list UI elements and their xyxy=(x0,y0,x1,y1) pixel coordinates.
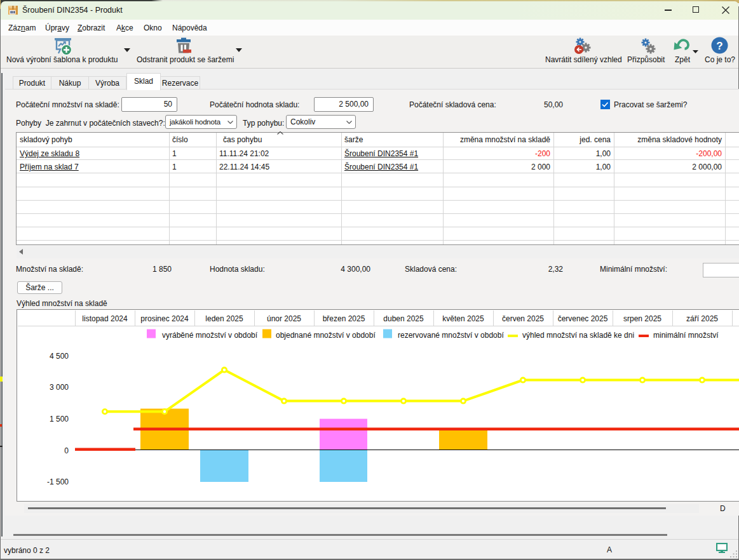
svg-text:leden 2025: leden 2025 xyxy=(205,314,243,323)
svg-text:minimální množství: minimální množství xyxy=(653,331,719,340)
svg-text:4 500: 4 500 xyxy=(50,352,69,361)
svg-text:výhled množství na skladě ke d: výhled množství na skladě ke dni xyxy=(522,331,634,340)
svg-text:vyráběné množství v období: vyráběné množství v období xyxy=(162,331,258,340)
svg-text:3 000: 3 000 xyxy=(50,383,69,392)
svg-text:objednané množství v období: objednané množství v období xyxy=(276,331,376,340)
svg-text:listopad 2024: listopad 2024 xyxy=(82,314,128,323)
svg-text:?: ? xyxy=(716,40,722,52)
svg-text:prosinec 2024: prosinec 2024 xyxy=(140,314,189,323)
svg-text:březen 2025: březen 2025 xyxy=(323,314,365,323)
svg-text:únor 2025: únor 2025 xyxy=(267,314,301,323)
svg-text:září 2025: září 2025 xyxy=(686,314,718,323)
svg-text:červen 2025: červen 2025 xyxy=(502,314,544,323)
svg-text:0: 0 xyxy=(64,446,69,455)
svg-text:srpen 2025: srpen 2025 xyxy=(623,314,661,323)
svg-text:1 500: 1 500 xyxy=(50,415,69,423)
svg-text:červenec 2025: červenec 2025 xyxy=(558,314,608,323)
svg-text:-1 500: -1 500 xyxy=(47,477,69,486)
svg-text:rezervované množství v období: rezervované množství v období xyxy=(398,331,504,340)
svg-text:duben 2025: duben 2025 xyxy=(383,314,424,323)
svg-text:květen 2025: květen 2025 xyxy=(442,314,484,323)
